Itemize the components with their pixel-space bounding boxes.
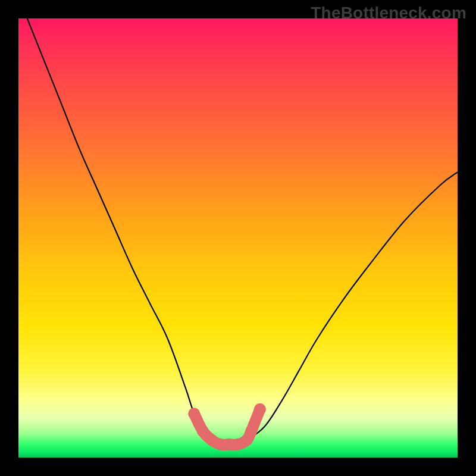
optimal-band (188, 403, 266, 450)
chart-svg (18, 18, 458, 458)
optimal-band-dots (188, 403, 266, 450)
chart-stage: TheBottleneck.com (0, 0, 476, 476)
main-curve (27, 18, 458, 444)
main-curve-path (27, 18, 458, 444)
plot-area (18, 18, 458, 458)
optimal-band-dot (254, 403, 266, 415)
optimal-band-dot (245, 425, 257, 437)
optimal-band-dot (197, 425, 209, 437)
optimal-band-dot (188, 408, 200, 419)
